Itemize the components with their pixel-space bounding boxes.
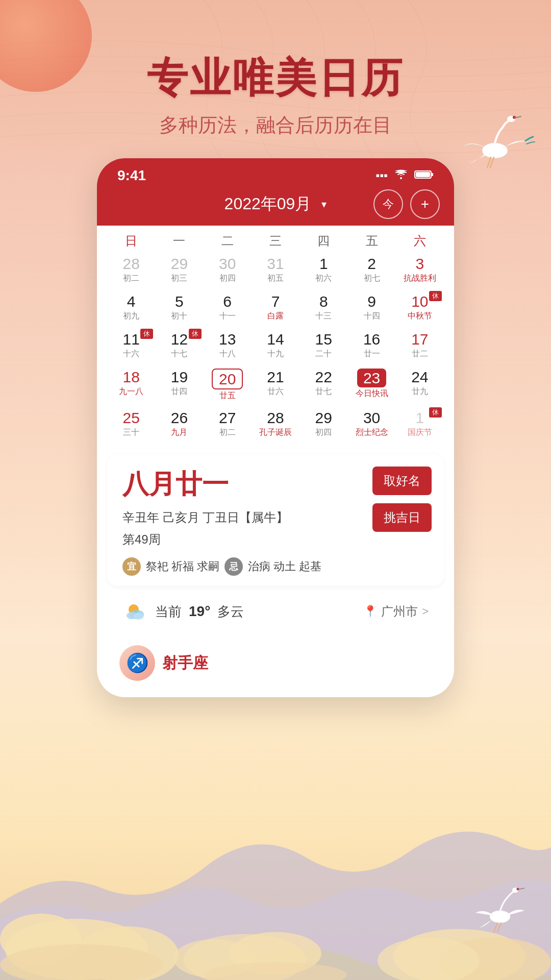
action-buttons: 取好名 挑吉日 (372, 467, 432, 532)
weather-temp: 19° (189, 603, 210, 620)
date-25[interactable]: 25 三十 (107, 406, 155, 442)
date-26[interactable]: 26 九月 (155, 406, 203, 442)
add-event-button[interactable]: + (410, 189, 440, 219)
good-name-button[interactable]: 取好名 (372, 467, 432, 495)
today-button[interactable]: 今 (373, 189, 403, 219)
wifi-icon (394, 169, 408, 182)
date-31-prev[interactable]: 31 初五 (252, 252, 299, 288)
yi-badge: 宜 (122, 557, 141, 576)
date-9[interactable]: 9 十四 (347, 290, 395, 326)
date-18[interactable]: 18 九一八 (107, 365, 155, 404)
crane-top-decoration (454, 112, 536, 174)
dow-thu: 四 (299, 233, 347, 249)
ji-items: 治病 动土 起基 (248, 559, 321, 574)
status-bar: 9:41 ▪▪▪ (97, 158, 454, 189)
zodiac-icon: ♐ (119, 645, 155, 681)
date-22[interactable]: 22 廿七 (299, 365, 347, 404)
date-17[interactable]: 17 廿二 (396, 328, 444, 363)
svg-point-3 (400, 177, 402, 179)
weather-icon (122, 601, 148, 622)
yi-items: 祭祀 祈福 求嗣 (146, 559, 219, 574)
date-19[interactable]: 19 廿四 (155, 365, 203, 404)
zodiac-name: 射手座 (162, 653, 208, 674)
date-1[interactable]: 1 初六 (299, 252, 347, 288)
date-2[interactable]: 2 初七 (347, 252, 395, 288)
date-8[interactable]: 8 十三 (299, 290, 347, 326)
calendar-grid: 日 一 二 三 四 五 六 28 初二 29 初三 30 初四 31 (97, 226, 454, 454)
date-28[interactable]: 28 孔子诞辰 (252, 406, 299, 442)
status-time: 9:41 (117, 167, 146, 184)
date-21[interactable]: 21 廿六 (252, 365, 299, 404)
clouds-decoration (0, 827, 551, 980)
lunar-panel: 八月廿一 取好名 挑吉日 辛丑年 己亥月 丁丑日【属牛】 第49周 宜 祭祀 祈… (107, 454, 444, 586)
dow-mon: 一 (155, 233, 203, 249)
date-27[interactable]: 27 初二 (204, 406, 252, 442)
day-of-week-row: 日 一 二 三 四 五 六 (107, 226, 444, 252)
week-row-4: 18 九一八 19 廿四 20 廿五 21 廿六 22 廿七 (107, 365, 444, 404)
svg-point-0 (482, 143, 508, 158)
date-1-next[interactable]: 休 1 国庆节 (396, 406, 444, 442)
svg-rect-5 (431, 173, 433, 176)
yi-ji-row: 宜 祭祀 祈福 求嗣 忌 治病 动土 起基 (122, 557, 429, 576)
weather-left: 当前 19° 多云 (122, 601, 244, 622)
battery-icon (414, 169, 434, 182)
date-28-prev[interactable]: 28 初二 (107, 252, 155, 288)
weather-current-label: 当前 (155, 603, 182, 621)
dow-sat: 六 (396, 233, 444, 249)
phone-mockup: 9:41 ▪▪▪ 2022年09月 ▾ 今 (97, 158, 454, 697)
week-row-5: 25 三十 26 九月 27 初二 28 孔子诞辰 29 初四 30 烈士纪念 (107, 406, 444, 442)
weather-chevron: > (422, 605, 429, 618)
dow-sun: 日 (107, 233, 155, 249)
status-icons: ▪▪▪ (376, 169, 434, 182)
date-11[interactable]: 休 11 十六 (107, 328, 155, 363)
date-3[interactable]: 3 抗战胜利 (396, 252, 444, 288)
week-row-2: 4 初九 5 初十 6 十一 7 白露 8 十三 9 十四 (107, 290, 444, 326)
date-6[interactable]: 6 十一 (204, 290, 252, 326)
weather-condition: 多云 (217, 603, 244, 621)
date-10[interactable]: 休 10 中秋节 (396, 290, 444, 326)
date-29[interactable]: 29 初四 (299, 406, 347, 442)
month-title: 2022年09月 (224, 193, 312, 215)
date-5[interactable]: 5 初十 (155, 290, 203, 326)
svg-point-22 (490, 911, 510, 923)
date-4[interactable]: 4 初九 (107, 290, 155, 326)
date-30-prev[interactable]: 30 初四 (204, 252, 252, 288)
date-13[interactable]: 13 十八 (204, 328, 252, 363)
date-23-today[interactable]: 23 今日快讯 (347, 365, 395, 404)
ji-badge: 忌 (224, 557, 243, 576)
svg-point-10 (134, 612, 144, 620)
good-date-button[interactable]: 挑吉日 (372, 503, 432, 532)
date-7[interactable]: 7 白露 (252, 290, 299, 326)
weather-city-name: 广州市 (381, 603, 418, 620)
date-15[interactable]: 15 二十 (299, 328, 347, 363)
dow-wed: 三 (252, 233, 299, 249)
main-title: 专业唯美日历 (0, 51, 551, 106)
dropdown-icon[interactable]: ▾ (321, 198, 327, 210)
week-row-3: 休 11 十六 休 12 十七 13 十八 14 十九 15 二十 (107, 328, 444, 363)
date-30[interactable]: 30 烈士纪念 (347, 406, 395, 442)
dow-fri: 五 (347, 233, 395, 249)
date-20-selected[interactable]: 20 廿五 (204, 365, 252, 404)
weather-bar: 当前 19° 多云 📍 广州市 > (107, 592, 444, 631)
weather-city[interactable]: 📍 广州市 > (363, 603, 429, 620)
date-12[interactable]: 休 12 十七 (155, 328, 203, 363)
calendar-header: 2022年09月 ▾ 今 + (97, 189, 454, 226)
date-24[interactable]: 24 廿九 (396, 365, 444, 404)
svg-rect-6 (416, 172, 430, 177)
week-row-1: 28 初二 29 初三 30 初四 31 初五 1 初六 2 初七 (107, 252, 444, 288)
dow-tue: 二 (204, 233, 252, 249)
crane-bottom-decoration (469, 886, 531, 939)
date-29-prev[interactable]: 29 初三 (155, 252, 203, 288)
zodiac-bar: ♐ 射手座 (107, 637, 444, 689)
signal-icon: ▪▪▪ (376, 169, 388, 182)
date-14[interactable]: 14 十九 (252, 328, 299, 363)
date-16[interactable]: 16 廿一 (347, 328, 395, 363)
